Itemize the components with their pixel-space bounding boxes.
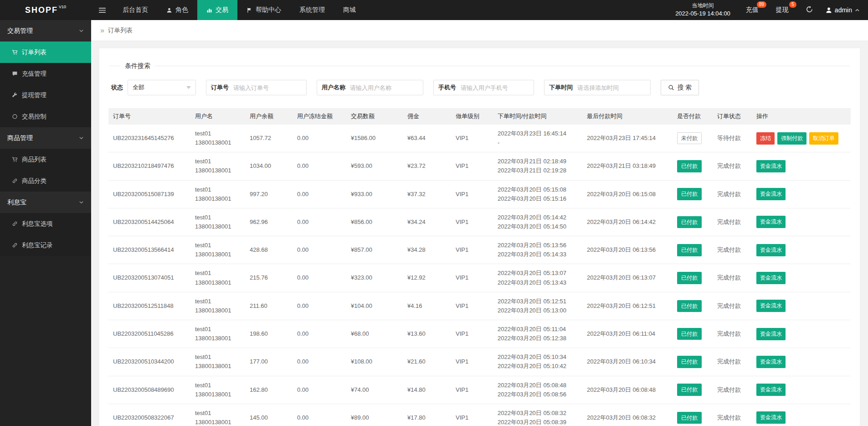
username-input[interactable] (350, 80, 423, 95)
sidebar-item-order-list[interactable]: 订单列表 (0, 42, 91, 63)
order-no-input[interactable] (233, 80, 306, 95)
recharge-link[interactable]: 充值 89 (746, 6, 759, 14)
sidebar-item-interest-records[interactable]: 利息宝记录 (0, 234, 91, 256)
commission-cell: ¥63.44 (403, 125, 451, 152)
breadcrumb: » 订单列表 (91, 20, 868, 41)
chevron-down-icon (79, 28, 84, 33)
order-no-cell: UB2203200513566414 (108, 236, 190, 264)
withdraw-badge: 5 (789, 1, 796, 8)
refresh-button[interactable] (806, 6, 813, 15)
pay-status-cell: 已付款 (673, 404, 713, 426)
column-header: 佣金 (403, 108, 451, 125)
frozen-cell: 0.00 (293, 236, 346, 264)
admin-name: admin (835, 6, 852, 14)
phone-filter: 手机号 (433, 80, 534, 95)
sidebar-item-product-list[interactable]: 商品列表 (0, 149, 91, 170)
withdraw-link[interactable]: 提现 5 (776, 6, 789, 14)
sidebar-item-trade-control[interactable]: 交易控制 (0, 106, 91, 127)
last-pay-time-cell: 2022年03月21日 03:18:49 (582, 152, 673, 180)
admin-menu[interactable]: admin (826, 6, 860, 14)
actions-cell: 资金流水 (752, 292, 851, 320)
fund-flow-button[interactable]: 资金流水 (756, 411, 786, 424)
order-time-input[interactable] (577, 80, 650, 95)
order-table: 订单号用户名用户余额用户冻结金额交易数额佣金做单级别下单时间/付款时间最后付款时… (108, 108, 851, 426)
order-row: UB2203231645145276test01138001380011057.… (108, 125, 851, 152)
search-icon (668, 84, 674, 91)
search-filters: 状态 全部 订单号 用户名称 手机号 下单时间 (108, 80, 851, 95)
fund-flow-button[interactable]: 资金流水 (756, 356, 786, 368)
fund-flow-button[interactable]: 资金流水 (756, 188, 786, 200)
pay-status-badge: 已付款 (677, 384, 702, 396)
level-cell: VIP1 (451, 376, 493, 404)
level-cell: VIP1 (451, 125, 493, 152)
nav-dashboard[interactable]: 后台首页 (113, 0, 157, 20)
order-table-body: UB2203231645145276test01138001380011057.… (108, 125, 851, 426)
order-time-cell: 2022年03月20日 05:10:342022年03月20日 05:10:42 (493, 348, 582, 376)
app-logo: SHOPFV10 (0, 0, 91, 20)
force-pay-button[interactable]: 强制付款 (777, 132, 806, 145)
actions-cell: 资金流水 (752, 236, 851, 264)
level-cell: VIP1 (451, 236, 493, 264)
user-cell: test0113800138001 (190, 376, 245, 404)
frozen-cell: 0.00 (293, 208, 346, 236)
actions-cell: 资金流水 (752, 208, 851, 236)
last-pay-time-cell: 2022年03月20日 06:12:51 (582, 292, 673, 320)
sidebar-toggle-button[interactable] (91, 0, 113, 20)
link-icon (12, 178, 18, 184)
order-status-cell: 完成付款 (713, 264, 752, 292)
fund-flow-button[interactable]: 资金流水 (756, 160, 786, 172)
pay-status-cell: 已付款 (673, 236, 713, 264)
frozen-cell: 0.00 (293, 348, 346, 376)
search-button[interactable]: 搜 索 (661, 80, 699, 95)
commission-cell: ¥34.28 (403, 236, 451, 264)
frozen-cell: 0.00 (293, 292, 346, 320)
fund-flow-button[interactable]: 资金流水 (756, 244, 786, 256)
actions-cell: 资金流水 (752, 348, 851, 376)
actions-cell: 资金流水 (752, 320, 851, 348)
nav-mall[interactable]: 商城 (334, 0, 365, 20)
sidebar-item-product-category[interactable]: 商品分类 (0, 170, 91, 192)
actions-cell: 冻结强制付款取消订单 (752, 125, 851, 152)
order-status-cell: 完成付款 (713, 152, 752, 180)
pay-status-badge: 已付款 (677, 356, 702, 368)
fund-flow-button[interactable]: 资金流水 (756, 328, 786, 340)
status-select[interactable]: 全部 (128, 80, 196, 95)
pay-status-badge: 已付款 (677, 188, 702, 200)
balance-cell: 428.68 (245, 236, 293, 264)
balance-cell: 177.00 (245, 348, 293, 376)
commission-cell: ¥14.80 (403, 376, 451, 404)
order-no-label: 订单号 (206, 83, 233, 92)
sidebar-group-interest-treasure[interactable]: 利息宝 (0, 192, 91, 213)
sidebar-item-recharge-management[interactable]: 充值管理 (0, 63, 91, 84)
nav-system[interactable]: 系统管理 (290, 0, 334, 20)
cancel-order-button[interactable]: 取消订单 (809, 132, 838, 145)
sidebar-group-trade-management[interactable]: 交易管理 (0, 20, 91, 42)
page-title: 订单列表 (108, 26, 133, 35)
phone-label: 手机号 (434, 83, 461, 92)
nav-trade[interactable]: 交易 (197, 0, 237, 20)
column-header: 做单级别 (451, 108, 493, 125)
level-cell: VIP1 (451, 180, 493, 208)
user-icon (826, 7, 832, 13)
sidebar-group-product-management[interactable]: 商品管理 (0, 127, 91, 149)
column-header: 交易数额 (346, 108, 403, 125)
fund-flow-button[interactable]: 资金流水 (756, 384, 786, 396)
sidebar-item-interest-options[interactable]: 利息宝选项 (0, 213, 91, 234)
flag-icon (247, 7, 252, 13)
status-label: 状态 (111, 83, 123, 92)
commission-cell: ¥13.60 (403, 320, 451, 348)
status-selected-value: 全部 (133, 83, 144, 92)
freeze-button[interactable]: 冻结 (756, 132, 775, 145)
local-time-block: 当地时间 2022-05-19 14:04:00 (675, 2, 730, 18)
sidebar-item-withdraw-management[interactable]: 提现管理 (0, 84, 91, 106)
fund-flow-button[interactable]: 资金流水 (756, 300, 786, 312)
phone-input[interactable] (461, 80, 534, 95)
fund-flow-button[interactable]: 资金流水 (756, 216, 786, 228)
fund-flow-button[interactable]: 资金流水 (756, 272, 786, 284)
column-header: 下单时间/付款时间 (493, 108, 582, 125)
nav-help[interactable]: 帮助中心 (237, 0, 290, 20)
username-filter: 用户名称 (317, 80, 423, 95)
order-no-cell: UB2203210218497476 (108, 152, 190, 180)
nav-roles[interactable]: 角色 (157, 0, 197, 20)
commission-cell: ¥21.60 (403, 348, 451, 376)
